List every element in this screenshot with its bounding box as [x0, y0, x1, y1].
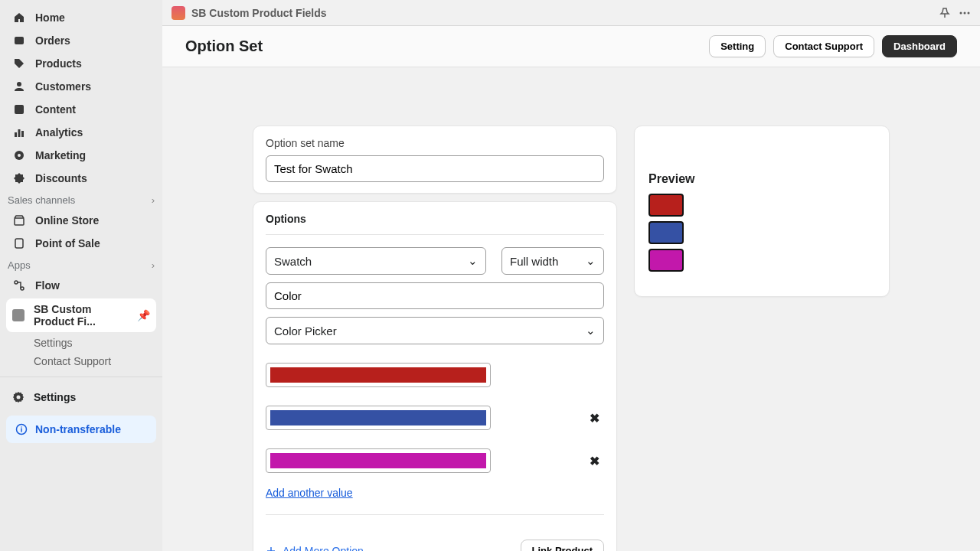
svg-point-10	[15, 281, 18, 284]
nav-label: Orders	[35, 34, 70, 47]
nav-settings[interactable]: Settings	[0, 383, 162, 411]
nav-flow[interactable]: Flow	[6, 274, 156, 297]
chevron-down-icon: ⌄	[586, 324, 596, 337]
marketing-icon	[12, 148, 26, 162]
svg-rect-4	[18, 129, 21, 137]
nav-sub-settings[interactable]: Settings	[0, 334, 162, 352]
color-value-row: ✖	[266, 448, 604, 473]
preview-swatch[interactable]	[648, 194, 684, 217]
width-select[interactable]: Full width⌄	[501, 247, 604, 275]
chevron-right-icon: ›	[152, 194, 155, 206]
options-title: Options	[266, 213, 604, 225]
main: SB Custom Product Fields Option Set Sett…	[162, 0, 980, 551]
option-label-input[interactable]	[266, 282, 604, 309]
nav-label: SB Custom Product Fi...	[34, 303, 128, 328]
nav-label: Online Store	[35, 214, 99, 227]
preview-swatch[interactable]	[648, 249, 684, 272]
nav-content[interactable]: Content	[6, 98, 156, 121]
add-another-value-link[interactable]: Add another value	[266, 487, 353, 499]
nav-online-store[interactable]: Online Store	[6, 209, 156, 232]
svg-rect-12	[12, 309, 24, 321]
chevron-right-icon: ›	[152, 259, 155, 271]
option-type-select[interactable]: Swatch⌄	[266, 247, 486, 275]
dashboard-button[interactable]: Dashboard	[882, 35, 957, 57]
options-card: Options Swatch⌄ Full width⌄ Color Picker…	[253, 201, 617, 551]
chevron-down-icon: ⌄	[586, 254, 596, 268]
app-title: SB Custom Product Fields	[191, 7, 327, 19]
app-logo-icon	[172, 6, 185, 20]
nav-sub-contact[interactable]: Contact Support	[0, 352, 162, 370]
add-more-option-button[interactable]: Add More Option	[266, 545, 364, 552]
preview-card: Preview	[634, 126, 890, 297]
nav-label: Analytics	[35, 126, 83, 139]
info-icon	[15, 423, 28, 435]
nav-label: Discounts	[35, 172, 87, 184]
select-value: Swatch	[274, 255, 312, 268]
color-fill	[270, 410, 486, 425]
svg-rect-0	[15, 37, 24, 44]
section-label: Apps	[8, 259, 31, 271]
chevron-down-icon: ⌄	[468, 254, 478, 268]
add-more-label: Add More Option	[283, 545, 364, 552]
banner-label: Non-transferable	[35, 423, 121, 435]
svg-point-17	[968, 11, 970, 14]
nav-label: Point of Sale	[35, 237, 100, 249]
nav-label: Content	[35, 103, 76, 116]
svg-point-16	[964, 11, 966, 14]
nav-label: Marketing	[35, 149, 86, 161]
orders-icon	[12, 34, 26, 47]
header-bar: Option Set Setting Contact Support Dashb…	[162, 26, 980, 67]
option-set-name-input[interactable]	[266, 155, 604, 182]
color-input[interactable]	[266, 406, 491, 430]
nav-marketing[interactable]: Marketing	[6, 144, 156, 167]
pin-icon[interactable]	[939, 7, 951, 19]
settings-label: Settings	[34, 391, 76, 403]
setting-button[interactable]: Setting	[709, 35, 766, 57]
discounts-icon	[12, 171, 26, 185]
preview-swatch[interactable]	[648, 221, 684, 244]
app-icon	[12, 308, 24, 322]
customers-icon	[12, 80, 26, 93]
products-icon	[12, 57, 26, 70]
home-icon	[12, 11, 26, 24]
nav-home[interactable]: Home	[6, 6, 156, 29]
nav-sb-custom[interactable]: SB Custom Product Fi...📌	[6, 298, 156, 332]
apps-header[interactable]: Apps›	[0, 255, 162, 274]
sidebar: Home Orders Products Customers Content A…	[0, 0, 162, 551]
nav-orders[interactable]: Orders	[6, 29, 156, 52]
svg-rect-3	[15, 132, 17, 137]
remove-value-button[interactable]: ✖	[590, 454, 604, 468]
nav-label: Home	[35, 11, 65, 24]
non-transferable-banner[interactable]: Non-transferable	[6, 416, 156, 443]
swatch-method-select[interactable]: Color Picker⌄	[266, 317, 604, 344]
color-value-row: ✖	[266, 406, 604, 430]
svg-point-1	[17, 82, 21, 86]
nav-products[interactable]: Products	[6, 52, 156, 75]
section-label: Sales channels	[8, 194, 75, 206]
sales-channels-header[interactable]: Sales channels›	[0, 190, 162, 209]
plus-icon	[266, 546, 276, 552]
nav-analytics[interactable]: Analytics	[6, 121, 156, 144]
nav-label: Flow	[35, 279, 60, 292]
color-input[interactable]	[266, 448, 491, 473]
divider	[266, 234, 604, 235]
nav-discounts[interactable]: Discounts	[6, 167, 156, 190]
svg-rect-5	[21, 131, 24, 137]
nav-label: Products	[35, 57, 82, 70]
nav-customers[interactable]: Customers	[6, 75, 156, 98]
link-product-button[interactable]: Link Product	[521, 540, 604, 551]
more-icon[interactable]	[959, 7, 971, 19]
store-icon	[12, 214, 26, 227]
color-input[interactable]	[266, 363, 491, 387]
svg-point-13	[17, 396, 21, 399]
svg-point-15	[960, 11, 962, 14]
nav-pos[interactable]: Point of Sale	[6, 232, 156, 255]
contact-support-button[interactable]: Contact Support	[773, 35, 874, 57]
color-value-row	[266, 363, 604, 387]
gear-icon	[12, 391, 24, 403]
remove-value-button[interactable]: ✖	[590, 411, 604, 425]
color-fill	[270, 453, 486, 468]
name-label: Option set name	[266, 137, 604, 149]
pin-icon[interactable]: 📌	[137, 309, 150, 321]
svg-rect-9	[15, 239, 23, 248]
